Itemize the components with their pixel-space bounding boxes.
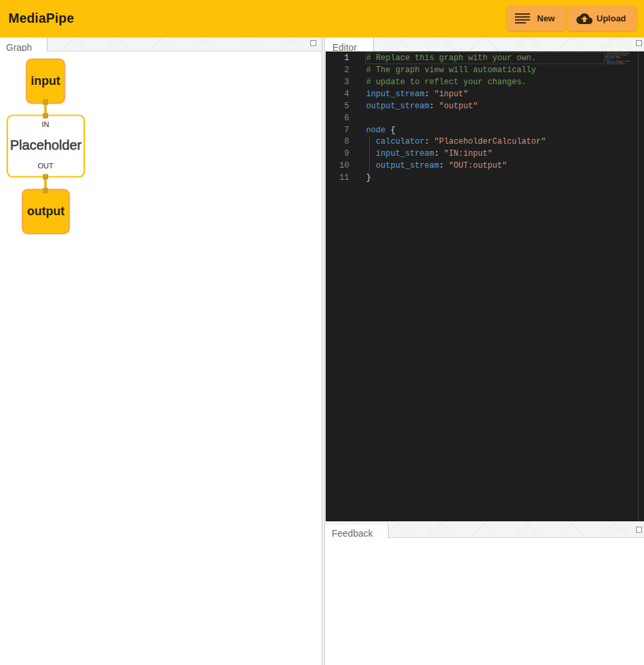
svg-text:input: input [31, 74, 60, 88]
svg-text:output: output [27, 205, 65, 218]
svg-text:Placeholder: Placeholder [10, 138, 82, 152]
svg-text:OUT: OUT [37, 162, 53, 170]
svg-text:IN: IN [42, 120, 49, 128]
